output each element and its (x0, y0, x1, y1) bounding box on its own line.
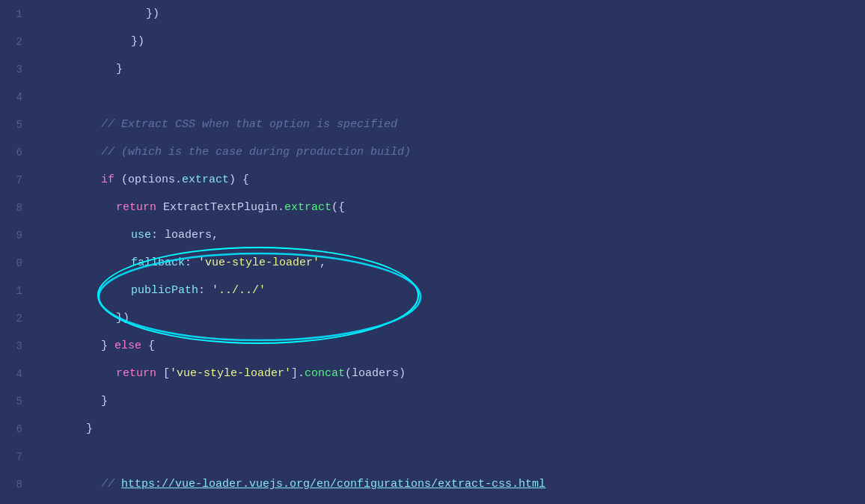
line-dots-4 (28, 95, 68, 99)
code-line-68: 8 // https://vue-loader.vuejs.org/en/con… (0, 470, 865, 498)
line-number-6: 6 (0, 147, 28, 159)
line-dots-2 (28, 40, 68, 43)
line-number-67: 7 (0, 451, 28, 463)
line-content-9: use: loaders, (68, 229, 865, 242)
code-line-5: 5 // Extract CSS when that option is spe… (0, 111, 865, 138)
line-content-3: } (68, 63, 865, 76)
line-content-67 (68, 450, 865, 463)
line-number-63: 3 (0, 340, 28, 352)
code-line-4: 4 (0, 83, 865, 111)
code-line-65: 5 } (0, 387, 865, 415)
line-content-68: // https://vue-loader.vuejs.org/en/confi… (68, 478, 865, 491)
line-dots-64 (28, 372, 68, 375)
line-number-4: 4 (0, 91, 28, 103)
code-lines: 1 }) 2 }) 3 (0, 0, 865, 504)
line-dots-60 (28, 261, 68, 265)
line-number-2: 2 (0, 36, 28, 48)
code-line-63: 3 } else { (0, 332, 865, 360)
line-content-66: } (68, 422, 865, 435)
code-line-67: 7 (0, 443, 865, 470)
code-line-1: 1 }) (0, 0, 865, 28)
line-dots-65 (28, 399, 68, 403)
line-content-8: return ExtractTextPlugin.extract({ (68, 201, 865, 214)
line-content-2: }) (68, 35, 865, 48)
line-number-66: 6 (0, 423, 28, 435)
code-line-7: 7 if (options.extract) { (0, 166, 865, 194)
line-dots-8 (28, 206, 68, 209)
line-content-65: } (68, 395, 865, 408)
code-line-6: 6 // (which is the case during productio… (0, 138, 865, 166)
line-content-5: // Extract CSS when that option is speci… (68, 118, 865, 131)
line-number-1: 1 (0, 8, 28, 20)
code-line-64: 4 return ['vue-style-loader'].concat(loa… (0, 360, 865, 387)
line-number-61: 1 (0, 285, 28, 297)
line-number-60: 0 (0, 257, 28, 269)
line-dots-62 (28, 316, 68, 320)
line-dots-1 (28, 12, 68, 16)
line-dots-5 (28, 123, 68, 126)
line-number-64: 4 (0, 368, 28, 380)
line-dots-7 (28, 178, 68, 182)
code-line-60: 0 fallback: 'vue-style-loader', (0, 249, 865, 277)
line-number-3: 3 (0, 64, 28, 76)
code-line-3: 3 } (0, 55, 865, 83)
code-line-61: 1 publicPath: '../../' (0, 277, 865, 304)
code-line-9: 9 use: loaders, (0, 221, 865, 249)
line-content-62: }) (68, 312, 865, 325)
line-number-7: 7 (0, 174, 28, 186)
line-content-61: publicPath: '../../' (68, 284, 865, 297)
code-editor: 1 }) 2 }) 3 (0, 0, 865, 504)
line-content-64: return ['vue-style-loader'].concat(loade… (68, 367, 865, 380)
line-dots-6 (28, 150, 68, 154)
line-content-63: } else { (68, 339, 865, 352)
line-number-9: 9 (0, 230, 28, 242)
line-content-4 (68, 90, 865, 103)
line-content-6: // (which is the case during production … (68, 146, 865, 159)
code-line-69: 9 return { (0, 498, 865, 504)
line-number-8: 8 (0, 202, 28, 214)
line-number-68: 8 (0, 479, 28, 491)
line-content-60: fallback: 'vue-style-loader', (68, 256, 865, 269)
line-content-7: if (options.extract) { (68, 173, 865, 186)
line-dots-63 (28, 344, 68, 348)
code-line-66: 6 } (0, 415, 865, 443)
line-dots-9 (28, 233, 68, 237)
line-number-62: 2 (0, 313, 28, 325)
line-dots-67 (28, 455, 68, 458)
line-dots-66 (28, 427, 68, 431)
line-dots-3 (28, 67, 68, 71)
line-dots-61 (28, 289, 68, 292)
code-line-8: 8 return ExtractTextPlugin.extract({ (0, 194, 865, 221)
code-line-2: 2 }) (0, 28, 865, 55)
line-number-5: 5 (0, 119, 28, 131)
code-line-62: 2 }) (0, 304, 865, 332)
line-dots-68 (28, 482, 68, 486)
line-content-1: }) (68, 7, 865, 20)
line-number-65: 5 (0, 396, 28, 408)
